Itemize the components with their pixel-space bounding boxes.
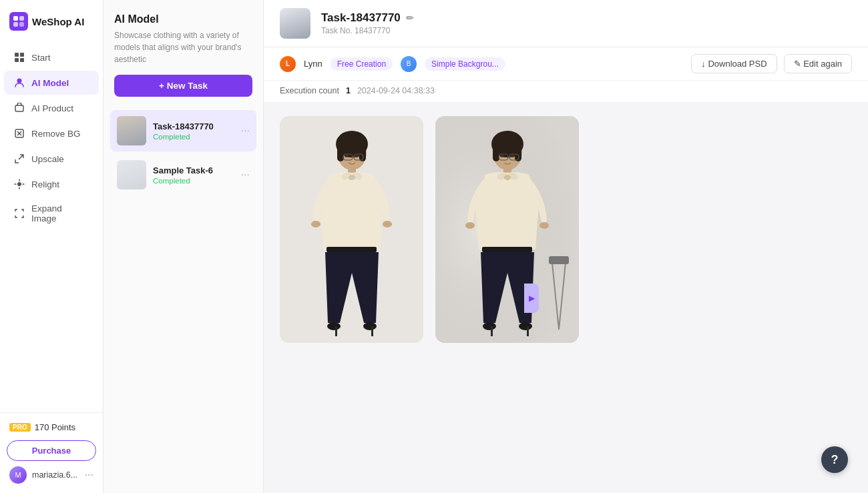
task-more-0[interactable]: ··· [241, 125, 250, 137]
svg-rect-55 [482, 247, 532, 252]
task-thumb-1 [117, 160, 146, 189]
new-task-button[interactable]: + New Task [114, 75, 252, 97]
task-name-1: Sample Task-6 [153, 165, 234, 175]
svg-rect-33 [371, 326, 373, 336]
header-task-name: Task-18437770 ✏ [321, 11, 852, 25]
task-more-1[interactable]: ··· [241, 169, 250, 181]
svg-point-52 [504, 175, 511, 180]
svg-rect-0 [13, 16, 18, 21]
svg-rect-31 [335, 326, 337, 336]
task-info-0: Task-18437770 Completed [153, 121, 234, 141]
sidebar-item-upscale-label: Upscale [31, 154, 64, 164]
purchase-button[interactable]: Purchase [7, 440, 96, 461]
download-psd-button[interactable]: ↓ Download PSD [691, 54, 777, 73]
points-row: PRO 170 Points [7, 420, 96, 435]
svg-rect-2 [13, 22, 18, 27]
task-items: Task-18437770 Completed ··· Sample Task-… [103, 103, 263, 493]
sidebar: WeShop AI Start AI Model [0, 0, 103, 493]
collapse-icon: ▶ [529, 294, 535, 303]
svg-point-61 [511, 155, 515, 157]
sidebar-item-remove-bg[interactable]: Remove BG [4, 121, 99, 145]
exec-count-label: Execution count [280, 86, 339, 95]
logo-text: WeShop AI [32, 16, 84, 27]
collapse-button[interactable]: ▶ [524, 284, 539, 313]
svg-point-32 [363, 322, 377, 330]
meta-actions: ↓ Download PSD ✎ Edit again [691, 54, 852, 73]
result-image-card [435, 116, 579, 343]
help-button[interactable]: ? [821, 446, 848, 473]
pro-badge: PRO [9, 423, 31, 432]
logo-icon [9, 12, 28, 31]
task-thumb-0 [117, 116, 146, 145]
relight-icon [13, 178, 25, 190]
user-avatar: M [9, 466, 27, 484]
user-more-icon[interactable]: ··· [85, 469, 93, 481]
creation-type-tag: Free Creation [331, 57, 393, 71]
edit-again-button[interactable]: ✎ Edit again [784, 54, 852, 73]
svg-rect-5 [20, 53, 24, 57]
user-meta-avatar: L [280, 56, 296, 72]
svg-rect-57 [491, 326, 493, 336]
svg-rect-29 [327, 247, 377, 252]
task-item-0[interactable]: Task-18437770 Completed ··· [110, 110, 256, 151]
task-list-header: AI Model Showcase clothing with a variet… [103, 0, 263, 103]
svg-point-34 [345, 155, 349, 157]
sidebar-item-ai-model-label: AI Model [31, 78, 69, 88]
svg-rect-21 [337, 141, 344, 161]
svg-point-8 [17, 79, 22, 83]
svg-point-53 [465, 222, 475, 229]
bg-type-tag: Simple Backgrou... [425, 57, 505, 71]
grid-icon [13, 51, 25, 63]
user-row[interactable]: M mariazia.6... ··· [7, 461, 96, 484]
header-task-no: Task No. 18437770 [321, 26, 852, 35]
meta-bar: L Lynn Free Creation B Simple Backgrou..… [264, 47, 868, 81]
user-meta-name: Lynn [304, 59, 322, 69]
header-thumb [280, 8, 310, 39]
remove-bg-icon [13, 127, 25, 139]
sidebar-item-start[interactable]: Start [4, 45, 99, 69]
result-image-svg [435, 116, 579, 343]
svg-point-58 [519, 322, 532, 330]
task-status-1: Completed [153, 177, 234, 185]
task-status-0: Completed [153, 133, 234, 141]
ai-product-icon [13, 102, 25, 114]
sidebar-item-ai-product[interactable]: AI Product [4, 96, 99, 120]
sidebar-item-relight-label: Relight [31, 179, 59, 189]
user-name: mariazia.6... [32, 470, 79, 480]
sidebar-item-relight[interactable]: Relight [4, 172, 99, 196]
svg-rect-7 [20, 58, 24, 62]
sidebar-item-expand-image[interactable]: Expand Image [4, 197, 99, 229]
sidebar-item-upscale[interactable]: Upscale [4, 147, 99, 171]
svg-point-13 [17, 182, 21, 186]
sidebar-item-ai-model[interactable]: AI Model [4, 71, 99, 95]
original-image-card [280, 116, 423, 343]
images-area: ▶ [264, 103, 868, 493]
expand-image-icon [13, 207, 25, 219]
bg-meta-avatar: B [401, 56, 417, 72]
svg-point-30 [327, 322, 341, 330]
sidebar-nav: Start AI Model AI Product [0, 40, 103, 412]
task-list-title: AI Model [114, 13, 252, 25]
task-item-1[interactable]: Sample Task-6 Completed ··· [110, 154, 256, 195]
edit-icon[interactable]: ✏ [406, 13, 414, 23]
task-list-desc: Showcase clothing with a variety of mode… [114, 29, 252, 65]
header-title-block: Task-18437770 ✏ Task No. 18437770 [321, 11, 852, 35]
svg-rect-4 [15, 53, 19, 57]
svg-rect-1 [19, 16, 24, 21]
svg-point-27 [311, 221, 320, 227]
svg-rect-9 [15, 105, 23, 111]
original-image-svg [280, 116, 423, 343]
exec-count-value: 1 [346, 86, 351, 95]
main-content: Task-18437770 ✏ Task No. 18437770 L Lynn… [264, 0, 868, 493]
task-info-1: Sample Task-6 Completed [153, 165, 234, 185]
ai-model-icon [13, 77, 25, 89]
svg-point-54 [539, 222, 549, 229]
exec-date: 2024-09-24 04:38:33 [357, 86, 435, 95]
svg-rect-3 [19, 22, 24, 27]
points-value: 170 Points [35, 422, 75, 432]
sidebar-item-ai-product-label: AI Product [31, 103, 73, 113]
svg-rect-44 [549, 256, 569, 264]
svg-rect-6 [15, 58, 19, 62]
sidebar-item-remove-bg-label: Remove BG [31, 129, 81, 139]
svg-point-26 [349, 175, 355, 180]
